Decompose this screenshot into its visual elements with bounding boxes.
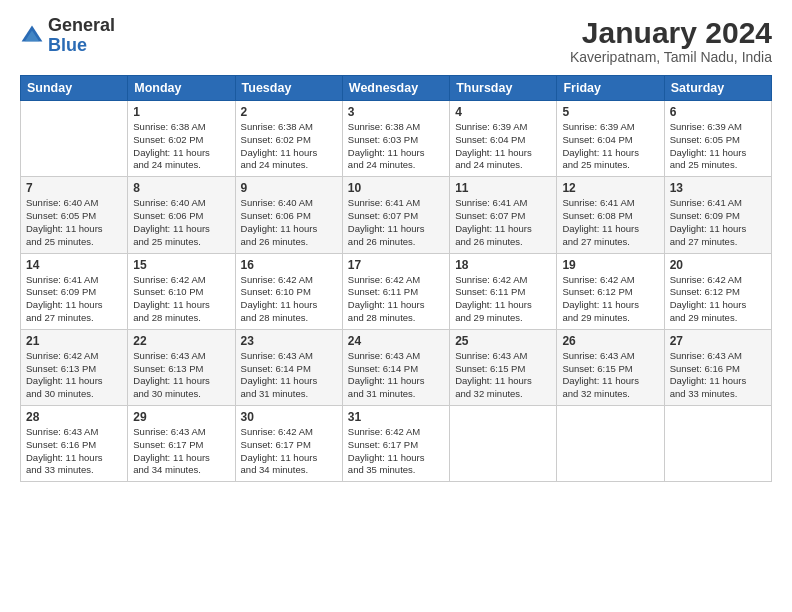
day-info: Sunrise: 6:42 AM Sunset: 6:13 PM Dayligh…	[26, 350, 122, 401]
day-info: Sunrise: 6:41 AM Sunset: 6:08 PM Dayligh…	[562, 197, 658, 248]
day-cell-4-4	[450, 406, 557, 482]
col-thursday: Thursday	[450, 76, 557, 101]
day-info: Sunrise: 6:40 AM Sunset: 6:06 PM Dayligh…	[133, 197, 229, 248]
calendar-table: Sunday Monday Tuesday Wednesday Thursday…	[20, 75, 772, 482]
day-info: Sunrise: 6:39 AM Sunset: 6:04 PM Dayligh…	[562, 121, 658, 172]
day-cell-2-4: 18Sunrise: 6:42 AM Sunset: 6:11 PM Dayli…	[450, 253, 557, 329]
day-cell-4-3: 31Sunrise: 6:42 AM Sunset: 6:17 PM Dayli…	[342, 406, 449, 482]
day-info: Sunrise: 6:42 AM Sunset: 6:12 PM Dayligh…	[562, 274, 658, 325]
day-info: Sunrise: 6:43 AM Sunset: 6:17 PM Dayligh…	[133, 426, 229, 477]
day-info: Sunrise: 6:43 AM Sunset: 6:16 PM Dayligh…	[670, 350, 766, 401]
day-info: Sunrise: 6:40 AM Sunset: 6:06 PM Dayligh…	[241, 197, 337, 248]
day-cell-1-1: 8Sunrise: 6:40 AM Sunset: 6:06 PM Daylig…	[128, 177, 235, 253]
day-cell-3-5: 26Sunrise: 6:43 AM Sunset: 6:15 PM Dayli…	[557, 329, 664, 405]
day-info: Sunrise: 6:41 AM Sunset: 6:07 PM Dayligh…	[455, 197, 551, 248]
day-cell-4-1: 29Sunrise: 6:43 AM Sunset: 6:17 PM Dayli…	[128, 406, 235, 482]
day-cell-0-1: 1Sunrise: 6:38 AM Sunset: 6:02 PM Daylig…	[128, 101, 235, 177]
header: General Blue January 2024 Kaveripatnam, …	[20, 16, 772, 65]
day-number: 10	[348, 181, 444, 195]
day-info: Sunrise: 6:42 AM Sunset: 6:11 PM Dayligh…	[455, 274, 551, 325]
day-number: 22	[133, 334, 229, 348]
day-cell-2-2: 16Sunrise: 6:42 AM Sunset: 6:10 PM Dayli…	[235, 253, 342, 329]
day-number: 30	[241, 410, 337, 424]
day-info: Sunrise: 6:38 AM Sunset: 6:02 PM Dayligh…	[133, 121, 229, 172]
day-info: Sunrise: 6:43 AM Sunset: 6:15 PM Dayligh…	[562, 350, 658, 401]
day-info: Sunrise: 6:43 AM Sunset: 6:14 PM Dayligh…	[348, 350, 444, 401]
day-number: 17	[348, 258, 444, 272]
day-cell-1-2: 9Sunrise: 6:40 AM Sunset: 6:06 PM Daylig…	[235, 177, 342, 253]
col-wednesday: Wednesday	[342, 76, 449, 101]
day-info: Sunrise: 6:42 AM Sunset: 6:10 PM Dayligh…	[133, 274, 229, 325]
day-info: Sunrise: 6:42 AM Sunset: 6:11 PM Dayligh…	[348, 274, 444, 325]
day-info: Sunrise: 6:39 AM Sunset: 6:04 PM Dayligh…	[455, 121, 551, 172]
day-number: 24	[348, 334, 444, 348]
header-row: Sunday Monday Tuesday Wednesday Thursday…	[21, 76, 772, 101]
week-row-3: 14Sunrise: 6:41 AM Sunset: 6:09 PM Dayli…	[21, 253, 772, 329]
day-number: 4	[455, 105, 551, 119]
day-number: 15	[133, 258, 229, 272]
day-info: Sunrise: 6:42 AM Sunset: 6:17 PM Dayligh…	[241, 426, 337, 477]
day-cell-2-0: 14Sunrise: 6:41 AM Sunset: 6:09 PM Dayli…	[21, 253, 128, 329]
day-cell-3-0: 21Sunrise: 6:42 AM Sunset: 6:13 PM Dayli…	[21, 329, 128, 405]
day-cell-0-6: 6Sunrise: 6:39 AM Sunset: 6:05 PM Daylig…	[664, 101, 771, 177]
day-cell-1-6: 13Sunrise: 6:41 AM Sunset: 6:09 PM Dayli…	[664, 177, 771, 253]
day-number: 13	[670, 181, 766, 195]
day-cell-1-3: 10Sunrise: 6:41 AM Sunset: 6:07 PM Dayli…	[342, 177, 449, 253]
day-info: Sunrise: 6:38 AM Sunset: 6:03 PM Dayligh…	[348, 121, 444, 172]
day-cell-0-5: 5Sunrise: 6:39 AM Sunset: 6:04 PM Daylig…	[557, 101, 664, 177]
calendar-header: Sunday Monday Tuesday Wednesday Thursday…	[21, 76, 772, 101]
day-cell-1-0: 7Sunrise: 6:40 AM Sunset: 6:05 PM Daylig…	[21, 177, 128, 253]
day-number: 28	[26, 410, 122, 424]
week-row-2: 7Sunrise: 6:40 AM Sunset: 6:05 PM Daylig…	[21, 177, 772, 253]
day-cell-4-2: 30Sunrise: 6:42 AM Sunset: 6:17 PM Dayli…	[235, 406, 342, 482]
week-row-5: 28Sunrise: 6:43 AM Sunset: 6:16 PM Dayli…	[21, 406, 772, 482]
logo-icon	[20, 24, 44, 48]
day-number: 23	[241, 334, 337, 348]
week-row-1: 1Sunrise: 6:38 AM Sunset: 6:02 PM Daylig…	[21, 101, 772, 177]
day-info: Sunrise: 6:38 AM Sunset: 6:02 PM Dayligh…	[241, 121, 337, 172]
day-info: Sunrise: 6:42 AM Sunset: 6:12 PM Dayligh…	[670, 274, 766, 325]
day-number: 27	[670, 334, 766, 348]
day-number: 6	[670, 105, 766, 119]
day-number: 29	[133, 410, 229, 424]
day-cell-0-2: 2Sunrise: 6:38 AM Sunset: 6:02 PM Daylig…	[235, 101, 342, 177]
day-cell-2-6: 20Sunrise: 6:42 AM Sunset: 6:12 PM Dayli…	[664, 253, 771, 329]
day-number: 25	[455, 334, 551, 348]
day-cell-4-5	[557, 406, 664, 482]
day-number: 21	[26, 334, 122, 348]
calendar-body: 1Sunrise: 6:38 AM Sunset: 6:02 PM Daylig…	[21, 101, 772, 482]
day-number: 14	[26, 258, 122, 272]
day-cell-3-6: 27Sunrise: 6:43 AM Sunset: 6:16 PM Dayli…	[664, 329, 771, 405]
day-number: 1	[133, 105, 229, 119]
subtitle: Kaveripatnam, Tamil Nadu, India	[570, 49, 772, 65]
day-info: Sunrise: 6:43 AM Sunset: 6:15 PM Dayligh…	[455, 350, 551, 401]
day-info: Sunrise: 6:43 AM Sunset: 6:13 PM Dayligh…	[133, 350, 229, 401]
day-cell-2-3: 17Sunrise: 6:42 AM Sunset: 6:11 PM Dayli…	[342, 253, 449, 329]
day-info: Sunrise: 6:42 AM Sunset: 6:10 PM Dayligh…	[241, 274, 337, 325]
col-tuesday: Tuesday	[235, 76, 342, 101]
day-number: 3	[348, 105, 444, 119]
day-cell-0-3: 3Sunrise: 6:38 AM Sunset: 6:03 PM Daylig…	[342, 101, 449, 177]
day-info: Sunrise: 6:43 AM Sunset: 6:14 PM Dayligh…	[241, 350, 337, 401]
day-number: 9	[241, 181, 337, 195]
main-title: January 2024	[570, 16, 772, 49]
day-info: Sunrise: 6:42 AM Sunset: 6:17 PM Dayligh…	[348, 426, 444, 477]
day-cell-3-3: 24Sunrise: 6:43 AM Sunset: 6:14 PM Dayli…	[342, 329, 449, 405]
day-cell-0-0	[21, 101, 128, 177]
day-number: 26	[562, 334, 658, 348]
day-info: Sunrise: 6:41 AM Sunset: 6:09 PM Dayligh…	[26, 274, 122, 325]
day-number: 12	[562, 181, 658, 195]
day-number: 19	[562, 258, 658, 272]
day-cell-3-4: 25Sunrise: 6:43 AM Sunset: 6:15 PM Dayli…	[450, 329, 557, 405]
day-cell-2-1: 15Sunrise: 6:42 AM Sunset: 6:10 PM Dayli…	[128, 253, 235, 329]
logo: General Blue	[20, 16, 115, 56]
day-cell-1-4: 11Sunrise: 6:41 AM Sunset: 6:07 PM Dayli…	[450, 177, 557, 253]
day-number: 5	[562, 105, 658, 119]
day-info: Sunrise: 6:41 AM Sunset: 6:09 PM Dayligh…	[670, 197, 766, 248]
day-number: 18	[455, 258, 551, 272]
day-cell-3-1: 22Sunrise: 6:43 AM Sunset: 6:13 PM Dayli…	[128, 329, 235, 405]
title-block: January 2024 Kaveripatnam, Tamil Nadu, I…	[570, 16, 772, 65]
day-cell-3-2: 23Sunrise: 6:43 AM Sunset: 6:14 PM Dayli…	[235, 329, 342, 405]
day-number: 20	[670, 258, 766, 272]
day-cell-4-0: 28Sunrise: 6:43 AM Sunset: 6:16 PM Dayli…	[21, 406, 128, 482]
